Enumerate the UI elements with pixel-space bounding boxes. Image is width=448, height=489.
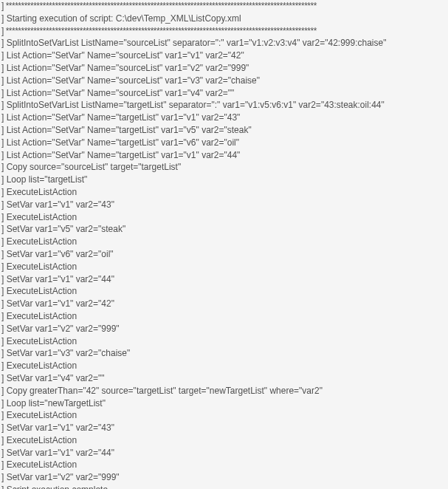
log-line: ] Loop list="targetList" — [0, 174, 448, 186]
log-line: ] SetVar var1="v2" var2="999" — [0, 323, 448, 335]
log-line: ] ExecuteListAction — [0, 360, 448, 372]
log-line: ] SetVar var1="v1" var2="44" — [0, 447, 448, 459]
log-line: ] SetVar var1="v6" var2="oil" — [0, 248, 448, 261]
log-line: ] Loop list="newTargetList" — [0, 397, 448, 410]
log-line: ] SetVar var1="v5" var2="steak" — [0, 223, 448, 236]
log-line: ] Script execution complete — [0, 484, 448, 489]
log-line: ] SetVar var1="v1" var2="43" — [0, 422, 448, 434]
log-line: ] SetVar var1="v2" var2="999" — [0, 471, 448, 484]
log-line: ] SetVar var1="v1" var2="43" — [0, 199, 448, 211]
log-line: ] ExecuteListAction — [0, 211, 448, 224]
log-line: ] Copy source="sourceList" target="targe… — [0, 161, 448, 174]
log-line: ] ExecuteListAction — [0, 285, 448, 298]
log-line: ] List Action="SetVar" Name="sourceList"… — [0, 62, 448, 75]
log-line: ] SplitIntoSetVarList ListName="sourceLi… — [0, 37, 448, 49]
log-output: ] **************************************… — [0, 0, 448, 489]
log-line: ] ExecuteListAction — [0, 434, 448, 447]
log-line: ] SetVar var1="v1" var2="44" — [0, 273, 448, 286]
log-line: ] ExecuteListAction — [0, 186, 448, 199]
log-line: ] ExecuteListAction — [0, 409, 448, 422]
log-line: ] ExecuteListAction — [0, 236, 448, 248]
log-line: ] SetVar var1="v1" var2="42" — [0, 298, 448, 310]
log-line: ] SetVar var1="v4" var2="" — [0, 372, 448, 385]
log-line: ] ExecuteListAction — [0, 310, 448, 323]
log-line: ] SetVar var1="v3" var2="chaise" — [0, 347, 448, 360]
log-line: ] List Action="SetVar" Name="sourceList"… — [0, 87, 448, 100]
log-line: ] List Action="SetVar" Name="sourceList"… — [0, 75, 448, 87]
log-line: ] List Action="SetVar" Name="targetList"… — [0, 137, 448, 149]
log-line: ] SplitIntoSetVarList ListName="targetLi… — [0, 99, 448, 112]
log-line: ] ExecuteListAction — [0, 335, 448, 348]
log-line: ] List Action="SetVar" Name="targetList"… — [0, 124, 448, 137]
log-line: ] List Action="SetVar" Name="targetList"… — [0, 149, 448, 162]
log-line: ] List Action="SetVar" Name="sourceList"… — [0, 49, 448, 62]
log-line: ] ExecuteListAction — [0, 459, 448, 471]
log-line: ] **************************************… — [0, 25, 448, 38]
log-line: ] ExecuteListAction — [0, 261, 448, 273]
log-line: ] **************************************… — [0, 0, 448, 13]
log-line: ] Starting execution of script: C:\dev\T… — [0, 13, 448, 25]
log-line: ] Copy greaterThan="42" source="targetLi… — [0, 385, 448, 397]
log-line: ] List Action="SetVar" Name="targetList"… — [0, 112, 448, 124]
